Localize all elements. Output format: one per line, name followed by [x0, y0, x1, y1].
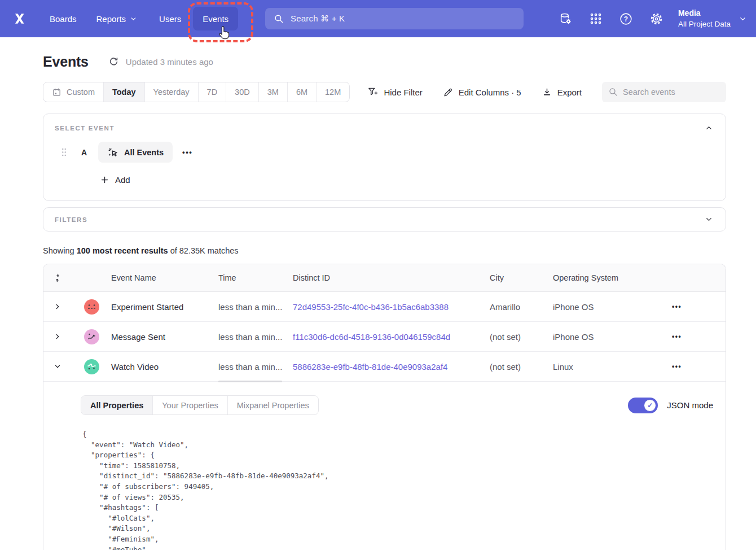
col-header-os[interactable]: Operating System — [553, 273, 670, 282]
col-header-city[interactable]: City — [490, 273, 553, 282]
event-sparkle-cursor-icon — [107, 147, 118, 158]
date-range-30d[interactable]: 30D — [226, 82, 259, 102]
event-selector-row: A All Events ••• — [55, 142, 713, 163]
event-properties-panel: All Properties Your Properties Mixpanel … — [43, 382, 726, 550]
event-avatar — [84, 359, 99, 374]
nav-item-boards[interactable]: Boards — [50, 14, 77, 24]
cell-os: iPhone OS — [553, 332, 670, 342]
table-header-row: Event Name Time Distinct ID City Operati… — [43, 264, 726, 292]
cell-distinct-id-link[interactable]: 5886283e-e9fb-48fb-81de-40e9093a2af4 — [293, 362, 490, 372]
tab-mixpanel-properties[interactable]: Mixpanel Properties — [228, 396, 318, 414]
search-icon — [274, 14, 284, 24]
global-search-bar[interactable]: Search ⌘ + K — [265, 8, 524, 29]
col-header-distinct-id[interactable]: Distinct ID — [293, 273, 490, 282]
horizontal-scrollbar-thumb[interactable] — [218, 381, 282, 382]
help-icon[interactable]: ? — [619, 12, 633, 26]
expand-chevron-right-icon[interactable] — [43, 303, 72, 311]
pencil-icon — [443, 87, 454, 98]
download-icon — [542, 87, 552, 98]
drag-handle-icon[interactable] — [61, 147, 67, 157]
search-events-input[interactable] — [602, 82, 726, 102]
row-more-icon[interactable]: ••• — [670, 363, 726, 370]
col-header-event-name[interactable]: Event Name — [111, 273, 218, 282]
add-event-label: Add — [115, 175, 130, 185]
cell-distinct-id-link[interactable]: 72d49553-25fc-4f0c-b436-1b5ac6ab3388 — [293, 302, 490, 312]
cell-time: less than a min... — [218, 362, 293, 372]
hide-filter-button[interactable]: Hide Filter — [367, 86, 422, 98]
filters-card[interactable]: FILTERS — [43, 207, 726, 232]
cell-time: less than a min... — [218, 302, 293, 312]
event-selector-label: All Events — [124, 148, 164, 157]
cell-os: iPhone OS — [553, 302, 670, 312]
select-event-card: SELECT EVENT A All Events — [43, 114, 726, 201]
json-mode-control: ✓ JSON mode — [628, 398, 713, 413]
cell-event-name: Message Sent — [111, 332, 218, 342]
date-range-12m[interactable]: 12M — [317, 82, 349, 102]
sort-icon[interactable] — [43, 273, 72, 283]
date-range-custom[interactable]: Custom — [43, 82, 104, 102]
refresh-icon[interactable] — [108, 56, 119, 67]
results-summary: Showing 100 most recent results of 82.35… — [43, 246, 726, 255]
settings-gear-icon[interactable] — [649, 12, 663, 26]
json-mode-toggle[interactable]: ✓ — [628, 398, 658, 413]
export-button[interactable]: Export — [542, 87, 582, 98]
apps-grid-icon[interactable] — [589, 12, 603, 25]
event-selector-button[interactable]: All Events — [98, 142, 173, 163]
page-title: Events — [43, 54, 89, 70]
nav-item-reports-label: Reports — [96, 14, 126, 24]
toolbar: Hide Filter Edit Columns · 5 Export — [367, 82, 726, 102]
tab-your-properties[interactable]: Your Properties — [153, 396, 227, 414]
page-content: Events Updated 3 minutes ago Custom Toda… — [0, 54, 756, 550]
properties-tab-group: All Properties Your Properties Mixpanel … — [81, 395, 319, 415]
expand-chevron-right-icon[interactable] — [43, 333, 72, 341]
controls-row: Custom Today Yesterday 7D 30D 3M 6M 12M … — [43, 82, 726, 102]
project-selector[interactable]: Media All Project Data — [678, 8, 731, 29]
event-avatar — [84, 299, 99, 315]
nav-item-reports[interactable]: Reports — [96, 14, 138, 24]
results-summary-suffix: of 82.35K matches — [168, 246, 239, 255]
event-json-view[interactable]: { "event": "Watch Video", "properties": … — [81, 429, 713, 550]
cell-city: Amarillo — [490, 302, 553, 312]
events-table: Event Name Time Distinct ID City Operati… — [43, 264, 726, 550]
svg-text:?: ? — [624, 15, 628, 23]
date-range-yesterday[interactable]: Yesterday — [145, 82, 199, 102]
select-event-label: SELECT EVENT — [55, 125, 115, 132]
date-range-control: Custom Today Yesterday 7D 30D 3M 6M 12M — [43, 82, 350, 102]
data-management-icon[interactable] — [559, 12, 573, 26]
date-range-7d[interactable]: 7D — [199, 82, 227, 102]
date-range-3m[interactable]: 3M — [259, 82, 288, 102]
cell-city: (not set) — [490, 362, 553, 372]
project-chevron-down-icon[interactable] — [739, 15, 747, 23]
add-event-button[interactable]: Add — [100, 175, 130, 185]
cell-event-name: Watch Video — [111, 362, 218, 372]
project-scope: All Project Data — [678, 19, 731, 29]
cell-event-name: Experiment Started — [111, 302, 218, 312]
table-row-expanded: Watch Video less than a min... 5886283e-… — [43, 352, 726, 382]
row-more-icon[interactable]: ••• — [670, 303, 726, 311]
title-row: Events Updated 3 minutes ago — [43, 54, 726, 70]
cell-distinct-id-link[interactable]: f11c30d6-dc6d-4518-9136-0d046159c84d — [293, 332, 490, 342]
collapse-chevron-down-icon[interactable] — [43, 363, 72, 370]
mixpanel-logo-icon[interactable] — [12, 11, 27, 26]
table-row: Experiment Started less than a min... 72… — [43, 292, 726, 322]
date-range-today[interactable]: Today — [104, 82, 145, 102]
row-more-icon[interactable]: ••• — [670, 333, 726, 341]
updated-status: Updated 3 minutes ago — [126, 57, 213, 67]
tab-all-properties[interactable]: All Properties — [81, 396, 153, 414]
nav-item-users[interactable]: Users — [159, 14, 181, 24]
global-search-placeholder: Search ⌘ + K — [291, 14, 345, 24]
edit-columns-button[interactable]: Edit Columns · 5 — [443, 87, 521, 98]
collapse-chevron-up-icon[interactable] — [705, 124, 713, 132]
event-row-letter: A — [81, 148, 88, 157]
search-events-wrap — [602, 82, 726, 102]
toggle-check-icon: ✓ — [644, 399, 656, 412]
col-header-time[interactable]: Time — [218, 273, 293, 282]
project-name: Media — [678, 8, 731, 19]
filter-icon — [367, 86, 379, 98]
event-more-icon[interactable]: ••• — [182, 148, 192, 156]
date-range-6m[interactable]: 6M — [288, 82, 317, 102]
top-navbar: Boards Reports Users Events Search ⌘ + K — [0, 0, 756, 37]
hand-cursor-icon — [217, 26, 230, 40]
nav-item-events[interactable]: Events — [193, 7, 238, 30]
filters-chevron-down-icon[interactable] — [705, 215, 713, 224]
